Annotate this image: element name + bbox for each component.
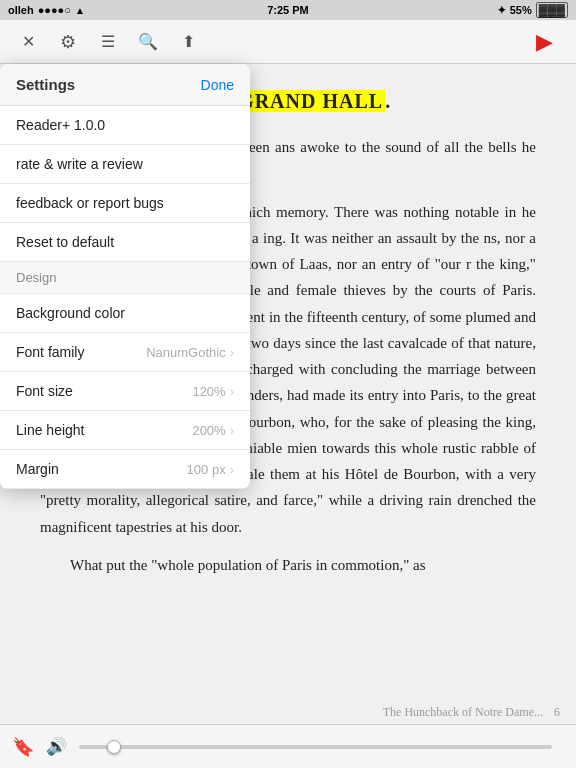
settings-font-size-value: 120% › [192,384,234,399]
toc-icon: ☰ [101,32,115,51]
settings-reset-row[interactable]: Reset to default [0,223,250,262]
settings-version-label: Reader+ 1.0.0 [16,117,105,133]
paragraph-3: What put the "whole population of Paris … [40,552,536,578]
chevron-icon: › [230,345,234,360]
bookmark-button[interactable]: ▶ [526,24,562,60]
battery-icon: ▓▓▓ [536,2,568,18]
settings-button[interactable]: ⚙ [50,24,86,60]
toc-button[interactable]: ☰ [90,24,126,60]
settings-margin-row[interactable]: Margin 100 px › [0,450,250,489]
status-bar-right: ✦ 55% ▓▓▓ [497,2,568,18]
book-footer-title: The Hunchback of Notre Dame... 6 [383,705,560,720]
chevron-icon-2: › [230,384,234,399]
progress-slider[interactable] [79,745,552,749]
settings-line-height-label: Line height [16,422,85,438]
bluetooth-icon: ✦ [497,4,506,17]
settings-font-size-label: Font size [16,383,73,399]
share-icon: ⬆ [182,32,195,51]
status-bar-time: 7:25 PM [267,4,309,16]
carrier-label: olleh [8,4,34,16]
status-bar-left: olleh ●●●●○ ▲ [8,4,85,16]
close-button[interactable]: ✕ [10,24,46,60]
battery-percent: 55% [510,4,532,16]
slider-track [79,745,552,749]
settings-font-family-value: NanumGothic › [146,345,234,360]
design-section-label: Design [16,270,56,285]
settings-rate-label: rate & write a review [16,156,143,172]
settings-font-family-label: Font family [16,344,84,360]
title-highlight: GRAND HALL [236,90,385,112]
settings-line-height-value: 200% › [192,423,234,438]
settings-design-section: Design [0,262,250,294]
settings-margin-value: 100 px › [187,462,234,477]
settings-font-size-row[interactable]: Font size 120% › [0,372,250,411]
toolbar: ✕ ⚙ ☰ 🔍 ⬆ ▶ [0,20,576,64]
chevron-icon-4: › [230,462,234,477]
chevron-icon-3: › [230,423,234,438]
status-bar: olleh ●●●●○ ▲ 7:25 PM ✦ 55% ▓▓▓ [0,0,576,20]
bottom-left-icons: 🔖 🔊 [12,736,67,758]
slider-thumb[interactable] [107,740,121,754]
settings-reset-label: Reset to default [16,234,114,250]
settings-header: Settings Done [0,64,250,106]
settings-title: Settings [16,76,75,93]
bookmark-icon: ▶ [536,29,553,55]
share-button[interactable]: ⬆ [170,24,206,60]
bottom-bar: 🔖 🔊 [0,724,576,768]
settings-done-button[interactable]: Done [201,77,234,93]
search-icon: 🔍 [138,32,158,51]
signal-icon: ▲ [75,5,85,16]
wifi-icon: ●●●●○ [38,4,71,16]
bottom-bookmark-button[interactable]: 🔖 [12,736,34,758]
close-icon: ✕ [22,32,35,51]
settings-feedback-row[interactable]: feedback or report bugs [0,184,250,223]
settings-background-label: Background color [16,305,125,321]
settings-panel: Settings Done Reader+ 1.0.0 rate & write… [0,64,250,489]
title-suffix: . [385,90,391,112]
settings-background-row[interactable]: Background color [0,294,250,333]
settings-margin-label: Margin [16,461,59,477]
settings-feedback-label: feedback or report bugs [16,195,164,211]
gear-icon: ⚙ [60,31,76,53]
bottom-audio-button[interactable]: 🔊 [46,736,67,757]
search-button[interactable]: 🔍 [130,24,166,60]
settings-line-height-row[interactable]: Line height 200% › [0,411,250,450]
settings-font-family-row[interactable]: Font family NanumGothic › [0,333,250,372]
settings-version-row[interactable]: Reader+ 1.0.0 [0,106,250,145]
settings-rate-row[interactable]: rate & write a review [0,145,250,184]
